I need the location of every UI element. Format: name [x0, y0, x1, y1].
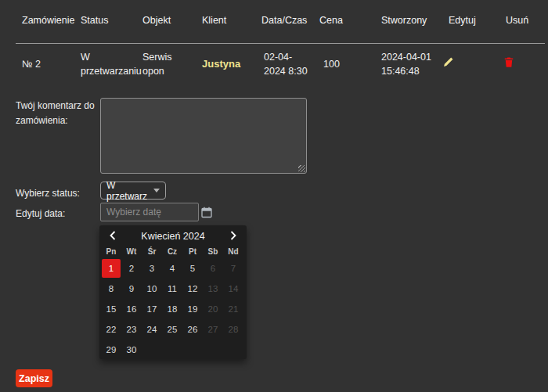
- pencil-icon: [442, 59, 454, 70]
- trash-icon: [503, 59, 514, 70]
- calendar-day[interactable]: 2: [122, 259, 141, 278]
- calendar-icon: [201, 209, 212, 221]
- delete-order-button[interactable]: [503, 56, 514, 70]
- calendar-day[interactable]: 19: [183, 300, 202, 318]
- calendar-day[interactable]: 5: [183, 259, 202, 278]
- calendar-next-month-button[interactable]: [227, 230, 240, 243]
- calendar-day[interactable]: 10: [142, 279, 161, 298]
- weekday-label: Wt: [122, 247, 141, 256]
- comment-label: Twój komentarz do zamówienia:: [16, 99, 100, 128]
- calendar-day[interactable]: 8: [102, 279, 121, 298]
- col-header-price: Cena: [319, 15, 381, 26]
- save-button[interactable]: Zapisz: [16, 369, 52, 387]
- col-header-object: Objekt: [142, 15, 202, 26]
- order-datetime: 02-04-2024 8:30: [261, 50, 319, 78]
- order-number: № 2: [22, 57, 81, 71]
- calendar-day[interactable]: 29: [102, 340, 121, 359]
- calendar-day[interactable]: 15: [102, 300, 121, 318]
- order-price: 100: [319, 57, 381, 71]
- calendar-weekday-row: Pn Wt Śr Cz Pt Sb Nd: [102, 247, 243, 256]
- calendar-day[interactable]: 24: [142, 320, 161, 339]
- weekday-label: Pt: [183, 247, 202, 256]
- calendar-day[interactable]: 1: [102, 259, 121, 278]
- calendar-day[interactable]: 22: [102, 320, 121, 339]
- status-label: Wybierz status:: [16, 186, 80, 201]
- col-header-order: Zamówienie: [22, 15, 81, 26]
- weekday-label: Sb: [204, 247, 222, 256]
- calendar-day: 6: [204, 259, 222, 278]
- calendar-day[interactable]: 9: [122, 279, 141, 298]
- chevron-right-icon: [230, 231, 236, 243]
- col-header-datetime: Data/Czas: [261, 15, 319, 26]
- calendar-month-title: Kwiecień 2024: [99, 231, 247, 242]
- weekday-label: Pn: [102, 247, 121, 256]
- weekday-label: Nd: [224, 247, 243, 256]
- weekday-label: Cz: [163, 247, 182, 256]
- date-picker-popup: Kwiecień 2024 Pn Wt Śr Cz Pt Sb Nd 12345…: [99, 225, 247, 359]
- calendar-day-grid: 1234567891011121314151617181920212223242…: [102, 259, 243, 359]
- calendar-day: 13: [204, 279, 222, 298]
- order-row: № 2 W przetwarzaniu Serwis opon Justyna …: [0, 44, 548, 85]
- calendar-day: 27: [204, 320, 222, 339]
- weekday-label: Śr: [142, 247, 161, 256]
- order-object: Serwis opon: [142, 50, 202, 78]
- col-header-client: Klient: [202, 15, 261, 26]
- calendar-day[interactable]: 18: [163, 300, 182, 318]
- date-input[interactable]: [100, 203, 199, 221]
- calendar-day: 28: [224, 320, 243, 339]
- calendar-day[interactable]: 23: [122, 320, 141, 339]
- calendar-day: 14: [224, 279, 243, 298]
- date-label: Edytuj data:: [16, 207, 65, 221]
- status-select[interactable]: W przetwarz: [100, 182, 166, 200]
- chevron-down-icon: [153, 189, 160, 192]
- calendar-day: 7: [224, 259, 243, 278]
- order-created: 2024-04-01 15:46:48: [381, 50, 439, 78]
- col-header-edit: Edytuj: [439, 15, 497, 26]
- calendar-day[interactable]: 26: [183, 320, 202, 339]
- comment-textarea[interactable]: [100, 98, 307, 174]
- calendar-day[interactable]: 17: [142, 300, 161, 318]
- calendar-day[interactable]: 11: [163, 279, 182, 298]
- calendar-day[interactable]: 25: [163, 320, 182, 339]
- edit-order-button[interactable]: [442, 56, 454, 70]
- calendar-day: 20: [204, 300, 222, 318]
- calendar-day[interactable]: 30: [122, 340, 141, 359]
- order-status: W przetwarzaniu: [81, 50, 142, 78]
- calendar-day[interactable]: 16: [122, 300, 141, 318]
- calendar-day[interactable]: 12: [183, 279, 202, 298]
- col-header-created: Stworzony: [381, 15, 439, 26]
- col-header-delete: Usuń: [497, 15, 548, 26]
- order-client: Justyna: [202, 57, 261, 72]
- calendar-day[interactable]: 3: [142, 259, 161, 278]
- status-select-value: W przetwarz: [106, 180, 153, 202]
- orders-table-header: Zamówienie Status Objekt Klient Data/Cza…: [0, 15, 548, 26]
- calendar-day: 21: [224, 300, 243, 318]
- open-calendar-button[interactable]: [201, 207, 212, 221]
- calendar-day[interactable]: 4: [163, 259, 182, 278]
- col-header-status: Status: [81, 15, 142, 26]
